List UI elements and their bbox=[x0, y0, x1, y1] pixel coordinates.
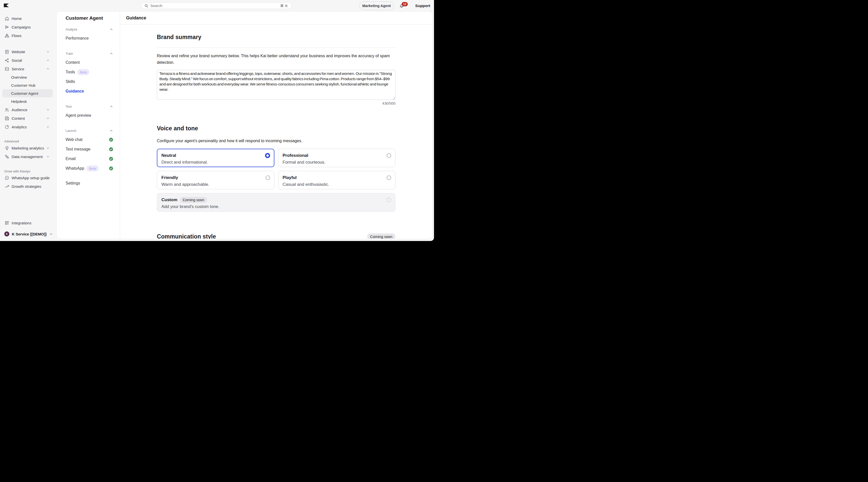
tone-option-professional[interactable]: Professional Formal and courteous. bbox=[278, 149, 396, 167]
sidebar-item-integrations[interactable]: Integrations bbox=[2, 219, 53, 227]
voice-and-tone-heading: Voice and tone bbox=[157, 125, 395, 132]
tone-options: Neutral Direct and informational. Profes… bbox=[157, 149, 395, 189]
sidebar-item-growth-strategies[interactable]: Growth strategies bbox=[2, 182, 53, 191]
sidebar-section-grow: Grow with Klaviyo bbox=[4, 169, 57, 173]
sidebar-item-social[interactable]: Social bbox=[2, 56, 53, 65]
brand-summary-heading: Brand summary bbox=[157, 34, 395, 40]
page-title: Guidance bbox=[120, 11, 432, 25]
agent-nav: Customer Agent Analyze Performance Train bbox=[57, 11, 120, 239]
check-circle-icon bbox=[109, 157, 113, 161]
sidebar-item-customer-hub[interactable]: Customer Hub bbox=[2, 81, 53, 89]
nav-section-launch: Launch bbox=[66, 128, 113, 133]
app-viewport: ⌘ K Marketing Agent 12 Support Home Camp… bbox=[0, 0, 434, 241]
coming-soon-badge: Coming soon bbox=[180, 197, 207, 203]
beta-badge: Beta bbox=[77, 69, 89, 75]
brand-summary-textarea[interactable]: Terraza is a fitness and activewear bran… bbox=[157, 70, 395, 100]
chevron-down-icon bbox=[46, 108, 50, 111]
agent-nav-title: Customer Agent bbox=[66, 15, 113, 21]
communication-style-heading: Communication style bbox=[157, 233, 216, 239]
sidebar-item-flows[interactable]: Flows bbox=[2, 31, 53, 40]
search-input[interactable] bbox=[150, 2, 280, 9]
voice-and-tone-description: Configure your agent's personality and h… bbox=[157, 138, 395, 144]
account-switcher[interactable]: K K Service [[DEMO]] bbox=[2, 229, 55, 239]
chevron-up-icon[interactable] bbox=[110, 129, 113, 133]
search-shortcut: ⌘ K bbox=[280, 4, 288, 8]
home-icon bbox=[4, 16, 9, 21]
chevron-down-icon bbox=[46, 125, 50, 129]
data-management-icon bbox=[4, 154, 9, 159]
nav-item-skills[interactable]: Skills bbox=[66, 77, 113, 87]
sidebar-item-data-management[interactable]: Data management bbox=[2, 152, 53, 161]
sidebar-item-customer-agent[interactable]: Customer Agent bbox=[2, 89, 53, 97]
chevron-down-icon bbox=[46, 117, 50, 120]
sidebar-item-whatsapp-setup-guide[interactable]: WhatsApp setup guide bbox=[2, 173, 53, 182]
radio-disabled-icon bbox=[386, 198, 391, 202]
search-icon bbox=[144, 4, 148, 8]
check-circle-icon bbox=[109, 166, 113, 171]
sidebar-item-website[interactable]: Website bbox=[2, 47, 53, 56]
chevron-up-icon bbox=[46, 67, 50, 71]
chevron-down-icon bbox=[46, 50, 50, 54]
nav-section-test: Test bbox=[66, 104, 113, 109]
tone-option-friendly[interactable]: Friendly Warm and approachable. bbox=[157, 171, 274, 189]
main-content: Guidance Brand summary Review and refine… bbox=[120, 11, 432, 239]
chevron-up-icon[interactable] bbox=[110, 28, 113, 31]
sidebar-item-marketing-analytics[interactable]: Marketing analytics bbox=[2, 144, 53, 152]
sidebar-item-home[interactable]: Home bbox=[2, 14, 53, 23]
nav-item-agent-preview[interactable]: Agent preview bbox=[66, 111, 113, 120]
chevron-down-icon bbox=[46, 59, 50, 62]
whatsapp-icon bbox=[4, 175, 9, 180]
chevron-down-icon bbox=[46, 146, 50, 150]
search-bar[interactable]: ⌘ K bbox=[141, 2, 292, 9]
nav-section-analyze: Analyze bbox=[66, 27, 113, 32]
sidebar-item-overview[interactable]: Overview bbox=[2, 73, 53, 81]
coming-soon-badge: Coming soon bbox=[367, 233, 395, 239]
tone-option-playful[interactable]: Playful Casual and enthusiastic. bbox=[278, 171, 396, 189]
content-icon bbox=[4, 116, 9, 121]
lightbulb-icon bbox=[4, 146, 9, 151]
tone-option-custom: Custom Coming soon Add your brand's cust… bbox=[157, 193, 395, 212]
account-avatar: K bbox=[4, 231, 9, 236]
radio-icon[interactable] bbox=[386, 153, 391, 158]
radio-icon[interactable] bbox=[386, 175, 391, 180]
account-name: K Service [[DEMO]] bbox=[12, 232, 46, 236]
notifications-button[interactable]: 12 bbox=[399, 3, 404, 8]
check-circle-icon bbox=[109, 147, 113, 152]
integrations-icon bbox=[4, 220, 9, 225]
flows-icon bbox=[4, 33, 9, 38]
nav-item-content[interactable]: Content bbox=[66, 58, 113, 67]
audience-icon bbox=[4, 107, 9, 112]
beta-badge: Beta bbox=[87, 165, 99, 171]
nav-item-guidance[interactable]: Guidance bbox=[66, 87, 113, 96]
marketing-agent-button[interactable]: Marketing Agent bbox=[359, 1, 394, 10]
chevron-up-icon[interactable] bbox=[110, 105, 113, 108]
trending-up-icon bbox=[4, 184, 9, 189]
topbar: ⌘ K Marketing Agent 12 Support bbox=[0, 0, 434, 11]
sidebar-item-service[interactable]: Service bbox=[2, 65, 53, 73]
radio-icon[interactable] bbox=[266, 175, 270, 180]
klaviyo-logo-icon[interactable] bbox=[4, 3, 9, 7]
sidebar-item-campaigns[interactable]: Campaigns bbox=[2, 23, 53, 31]
sidebar-item-analytics[interactable]: Analytics bbox=[2, 123, 53, 131]
service-icon bbox=[4, 66, 9, 71]
communication-style-row: Communication style Coming soon bbox=[157, 233, 395, 239]
nav-item-tools[interactable]: Tools Beta bbox=[66, 67, 113, 77]
radio-checked-icon[interactable] bbox=[265, 153, 270, 158]
nav-item-performance[interactable]: Performance bbox=[66, 34, 113, 43]
brand-summary-description: Review and refine your brand summary bel… bbox=[157, 53, 395, 66]
sidebar: Home Campaigns Flows Website Social Serv… bbox=[0, 11, 57, 241]
nav-item-email[interactable]: Email bbox=[66, 154, 113, 164]
support-link[interactable]: Support bbox=[415, 3, 430, 8]
nav-item-web-chat[interactable]: Web chat bbox=[66, 135, 113, 144]
check-circle-icon bbox=[109, 138, 113, 142]
sidebar-item-audience[interactable]: Audience bbox=[2, 105, 53, 114]
nav-item-settings[interactable]: Settings bbox=[66, 179, 113, 188]
nav-item-text-message[interactable]: Text message bbox=[66, 144, 113, 154]
analytics-icon bbox=[4, 124, 9, 129]
sidebar-item-content[interactable]: Content bbox=[2, 114, 53, 123]
chevron-up-icon[interactable] bbox=[110, 52, 113, 56]
sidebar-item-helpdesk[interactable]: Helpdesk bbox=[2, 97, 53, 105]
chevron-down-icon bbox=[46, 155, 50, 158]
nav-item-whatsapp[interactable]: WhatsApp Beta bbox=[66, 164, 113, 173]
tone-option-neutral[interactable]: Neutral Direct and informational. bbox=[157, 149, 274, 167]
